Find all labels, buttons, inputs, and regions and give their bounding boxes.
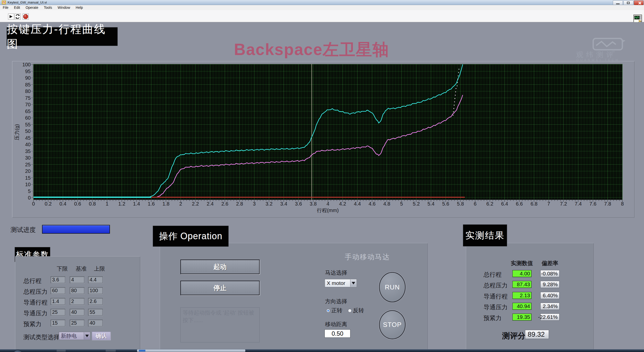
svg-text:4.4: 4.4: [354, 201, 361, 207]
motor-run-button[interactable]: RUN: [379, 272, 406, 302]
std-param-input[interactable]: [51, 287, 65, 294]
svg-text:7.8: 7.8: [604, 201, 611, 207]
dropdown-arrow-icon[interactable]: [84, 332, 90, 339]
menu-file[interactable]: File: [0, 5, 11, 10]
std-param-label: 预紧力: [23, 320, 42, 328]
std-param-input[interactable]: [70, 298, 84, 305]
std-param-input[interactable]: [51, 276, 65, 283]
test-type-dropdown[interactable]: 新静电: [59, 332, 90, 340]
svg-text:50: 50: [25, 128, 31, 134]
svg-text:1: 1: [106, 201, 108, 207]
close-button[interactable]: [634, 1, 643, 5]
std-param-input[interactable]: [88, 298, 103, 305]
direction-select-label: 方向选择: [325, 298, 347, 305]
std-param-input[interactable]: [70, 309, 84, 316]
svg-text:20: 20: [25, 168, 31, 174]
dropdown-arrow-icon[interactable]: [350, 279, 356, 287]
operation-title-box: 操作 Operation: [153, 226, 229, 247]
move-distance-input[interactable]: [325, 329, 350, 338]
std-param-input[interactable]: [51, 309, 65, 316]
svg-text:2.8: 2.8: [236, 201, 243, 207]
results-title-box: 实测结果: [463, 224, 507, 246]
std-param-input[interactable]: [88, 276, 103, 283]
run-button[interactable]: [8, 14, 14, 20]
col-header-upper: 上限: [90, 265, 109, 273]
start-button[interactable]: 起动: [180, 260, 260, 274]
svg-text:75: 75: [25, 95, 31, 101]
std-param-input[interactable]: [88, 320, 103, 326]
measured-value-box: 40.94: [512, 303, 532, 310]
maximize-icon: [627, 2, 630, 4]
windows-taskbar[interactable]: [0, 349, 644, 352]
svg-text:4.6: 4.6: [369, 201, 376, 207]
quicklaunch-icon[interactable]: [57, 350, 66, 352]
svg-text:45: 45: [25, 135, 31, 141]
std-param-input[interactable]: [70, 276, 84, 283]
brand-logo: 观纬测评 ® QUANWEI TECH: [576, 37, 626, 62]
direction-radio-forward[interactable]: 正转: [326, 307, 342, 314]
svg-text:压力(g): 压力(g): [14, 124, 20, 140]
deviation-box: 9.28%: [540, 281, 559, 288]
radio-label: 正转: [331, 307, 342, 314]
taskbar-app-button[interactable]: [137, 349, 245, 352]
radio-label: 反转: [353, 307, 364, 314]
measured-value-box: 19.35: [512, 314, 532, 321]
abort-button[interactable]: [23, 14, 29, 20]
menu-operate[interactable]: Operate: [23, 5, 41, 10]
svg-text:65: 65: [25, 109, 31, 114]
deviation-box: -0.08%: [540, 270, 559, 277]
svg-text:行程(mm): 行程(mm): [317, 208, 339, 213]
col-header-base: 基准: [72, 265, 91, 273]
test-type-label: 测试类型选择: [23, 333, 60, 341]
deviation-box: 2.34%: [540, 303, 559, 310]
menu-help[interactable]: Help: [73, 5, 86, 10]
minimize-button[interactable]: [613, 1, 623, 5]
svg-text:8: 8: [621, 201, 624, 207]
svg-text:0.4: 0.4: [59, 201, 66, 207]
motor-select-value: X motor: [327, 280, 345, 286]
minimize-icon: [616, 4, 620, 4]
svg-text:0.2: 0.2: [45, 201, 52, 207]
svg-text:25: 25: [25, 162, 31, 167]
svg-text:0: 0: [28, 195, 31, 200]
run-continuous-button[interactable]: [15, 14, 21, 20]
motor-select-dropdown[interactable]: X motor: [325, 279, 357, 287]
std-param-input[interactable]: [51, 320, 65, 326]
svg-text:6: 6: [474, 201, 476, 207]
svg-text:0.6: 0.6: [74, 201, 81, 207]
test-progress-bar: [42, 225, 110, 234]
std-param-label: 总行程: [23, 277, 42, 285]
xy-graph: 0510152025303540455055606570758085909510…: [12, 61, 634, 218]
std-param-input[interactable]: [88, 287, 103, 294]
std-param-input[interactable]: [70, 320, 84, 326]
svg-text:2: 2: [179, 201, 182, 207]
stop-button[interactable]: 停止: [180, 281, 260, 295]
menu-tools[interactable]: Tools: [41, 5, 55, 10]
svg-text:®: ®: [612, 49, 615, 53]
title-bar: Keytest_GW_manual_UI.vi: [0, 0, 644, 5]
radio-icon: [326, 309, 330, 313]
radio-icon: [348, 309, 352, 313]
quicklaunch-icon[interactable]: [106, 350, 116, 352]
svg-text:5.4: 5.4: [427, 201, 434, 207]
menu-edit[interactable]: Edit: [11, 5, 23, 10]
status-message-box: 等待起动指令或 '起动' 按钮被按下......: [180, 307, 260, 342]
svg-text:85: 85: [25, 82, 31, 87]
test-type-value: 新静电: [61, 332, 77, 339]
std-param-input[interactable]: [88, 309, 103, 316]
maximize-button[interactable]: [623, 1, 633, 5]
svg-text:0.8: 0.8: [89, 201, 96, 207]
direction-radio-reverse[interactable]: 反转: [348, 307, 364, 314]
svg-text:1.2: 1.2: [118, 201, 125, 207]
std-param-input[interactable]: [51, 298, 65, 305]
std-param-input[interactable]: [70, 287, 84, 294]
chart-title-box: 按键压力-行程曲线图: [7, 27, 118, 46]
svg-text:2.2: 2.2: [192, 201, 199, 207]
menu-window[interactable]: Window: [55, 5, 73, 10]
svg-text:1.6: 1.6: [148, 201, 155, 207]
run-arrow-icon: [10, 15, 13, 18]
svg-text:35: 35: [25, 148, 31, 154]
confirm-button[interactable]: 确认: [92, 332, 110, 340]
motor-stop-button[interactable]: STOP: [379, 310, 406, 339]
svg-text:7.2: 7.2: [560, 201, 567, 207]
